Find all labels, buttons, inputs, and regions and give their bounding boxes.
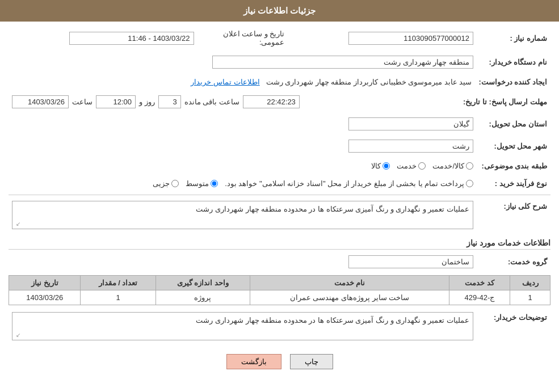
category-option-kala[interactable]: کالا [371, 162, 390, 170]
col-header-code: کد خدمت [449, 276, 510, 290]
service-group-table: گروه خدمت: ساختمان [9, 253, 550, 271]
back-button[interactable]: بازگشت [226, 354, 281, 369]
col-header-unit: واحد اندازه گیری [155, 276, 250, 290]
general-desc-box: عملیات تعمیر و نگهداری و رنگ آمیزی سرعتک… [12, 201, 473, 229]
col-header-date: تاریخ نیاز [9, 276, 81, 290]
creator-link[interactable]: اطلاعات تماس خریدار [191, 78, 259, 86]
buyer-desc-text: عملیات تعمیر و نگهداری و رنگ آمیزی سرعتک… [196, 316, 469, 324]
page-header: جزئیات اطلاعات نیاز [0, 0, 559, 22]
announce-value-cell: 1403/03/22 - 11:46 [9, 27, 197, 49]
response-time-label: ساعت [72, 98, 93, 106]
city-field: رشت [348, 140, 473, 153]
city-label: شهر محل تحویل: [477, 137, 550, 155]
category-radio-kala-khidmat[interactable] [466, 162, 473, 170]
resize-handle: ↙ [14, 221, 20, 227]
time-row: 22:42:23 ساعت باقی مانده 3 روز و 12:00 س… [12, 95, 456, 108]
category-option-kala-khidmat[interactable]: کالا/خدمت [432, 162, 473, 170]
row-code: ج-42-429 [449, 290, 510, 305]
services-table: ردیف کد خدمت نام خدمت واحد اندازه گیری ت… [9, 275, 550, 305]
response-deadline-value-cell: 22:42:23 ساعت باقی مانده 3 روز و 12:00 س… [9, 93, 460, 111]
info-table-row1: شماره نیاز : 1103090577000012 تاریخ و سا… [9, 27, 550, 49]
buyer-desc-value-cell: عملیات تعمیر و نگهداری و رنگ آمیزی سرعتک… [9, 310, 477, 343]
row-date: 1403/03/26 [9, 290, 81, 305]
service-group-value-cell: ساختمان [9, 253, 477, 271]
creator-value-cell: سید عابد میرموسوی خطیبانی کاربرداز منطقه… [9, 75, 475, 88]
general-desc-label: شرح کلی نیاز: [477, 199, 550, 231]
col-header-row: ردیف [510, 276, 550, 290]
print-button[interactable]: چاپ [290, 354, 333, 369]
info-table-row2: نام دستگاه خریدار: منطقه چهار شهرداری رش… [9, 53, 550, 71]
service-group-field: ساختمان [348, 255, 473, 268]
purchase-type-esnad[interactable]: پرداخت تمام یا بخشی از مبلغ خریدار از مح… [225, 179, 473, 188]
response-time-field: 12:00 [96, 95, 136, 108]
page-title: جزئیات اطلاعات نیاز [243, 6, 316, 15]
purchase-radio-esnad[interactable] [466, 180, 473, 187]
category-radio-group: کالا/خدمت خدمت کالا [12, 162, 473, 170]
response-days-field: 3 [158, 95, 181, 108]
row-qty: 1 [81, 290, 155, 305]
buyer-desc-table: توضیحات خریدار: عملیات تعمیر و نگهداری و… [9, 310, 550, 343]
need-number-field: 1103090577000012 [348, 32, 473, 45]
main-content: شماره نیاز : 1103090577000012 تاریخ و سا… [0, 27, 559, 369]
purchase-type-jozii[interactable]: جزیی [153, 179, 179, 188]
info-table-row8: نوع فرآیند خرید : پرداخت تمام یا بخشی از… [9, 177, 550, 190]
province-value-cell: گیلان [52, 115, 477, 133]
info-table-row7: طبقه بندی موضوعی: کالا/خدمت خدمت کالا [9, 159, 550, 172]
row-name: ساخت سایر پروژه‌های مهندسی عمران [250, 290, 449, 305]
remaining-time-field: 22:42:23 [243, 95, 300, 108]
resize-handle-2: ↙ [14, 332, 20, 339]
services-section-title: اطلاعات خدمات مورد نیاز [9, 238, 550, 250]
row-number: 1 [510, 290, 550, 305]
info-table-row3: ایجاد کننده درخواست: سید عابد میرموسوی خ… [9, 75, 550, 88]
remaining-label: ساعت باقی مانده [184, 98, 239, 106]
province-field: گیلان [348, 117, 473, 130]
category-option-khidmat[interactable]: خدمت [397, 162, 426, 170]
province-label: استان محل تحویل: [477, 115, 550, 133]
dept-name-value-cell: منطقه چهار شهرداری رشت [31, 53, 477, 71]
announce-label: تاریخ و ساعت اعلان عمومی: [197, 27, 288, 49]
general-desc-table: شرح کلی نیاز: عملیات تعمیر و نگهداری و ر… [9, 199, 550, 231]
dept-name-label: نام دستگاه خریدار: [477, 53, 550, 71]
info-table-row6: شهر محل تحویل: رشت [9, 137, 550, 155]
city-value-cell: رشت [52, 137, 477, 155]
info-table-row5: استان محل تحویل: گیلان [9, 115, 550, 133]
buyer-desc-box: عملیات تعمیر و نگهداری و رنگ آمیزی سرعتک… [12, 312, 473, 340]
table-row: 1 ج-42-429 ساخت سایر پروژه‌های مهندسی عم… [9, 290, 550, 305]
buyer-desc-label: توضیحات خریدار: [477, 310, 550, 343]
col-header-qty: تعداد / مقدار [81, 276, 155, 290]
purchase-type-motavasset[interactable]: متوسط [186, 179, 218, 188]
response-deadline-label: مهلت ارسال پاسخ: تا تاریخ: [460, 93, 550, 111]
response-days-label: روز و [139, 98, 155, 106]
category-radios: کالا/خدمت خدمت کالا [9, 159, 477, 172]
need-number-label: شماره نیاز : [477, 27, 550, 49]
category-radio-khidmat[interactable] [418, 162, 426, 170]
col-header-name: نام خدمت [250, 276, 449, 290]
general-desc-value-cell: عملیات تعمیر و نگهداری و رنگ آمیزی سرعتک… [9, 199, 477, 231]
page-wrapper: جزئیات اطلاعات نیاز شماره نیاز : 1103090… [0, 0, 559, 392]
purchase-type-radios: پرداخت تمام یا بخشی از مبلغ خریدار از مح… [9, 177, 477, 190]
info-table-row4: مهلت ارسال پاسخ: تا تاریخ: 22:42:23 ساعت… [9, 93, 550, 111]
category-label: طبقه بندی موضوعی: [477, 159, 550, 172]
creator-value: سید عابد میرموسوی خطیبانی کاربرداز منطقه… [266, 78, 472, 86]
purchase-type-radio-group: پرداخت تمام یا بخشی از مبلغ خریدار از مح… [12, 179, 473, 188]
need-number-value: 1103090577000012 [288, 27, 477, 49]
response-date-field: 1403/03/26 [12, 95, 69, 108]
general-desc-text: عملیات تعمیر و نگهداری و رنگ آمیزی سرعتک… [196, 205, 469, 213]
service-group-label: گروه خدمت: [477, 253, 550, 271]
button-row: چاپ بازگشت [9, 354, 550, 369]
purchase-type-label: نوع فرآیند خرید : [477, 177, 550, 190]
category-radio-kala[interactable] [383, 162, 390, 170]
purchase-radio-jozii[interactable] [171, 180, 179, 187]
purchase-radio-motavasset[interactable] [211, 180, 218, 187]
row-unit: پروژه [155, 290, 250, 305]
creator-label: ایجاد کننده درخواست: [475, 75, 550, 88]
separator1 [9, 195, 550, 195]
announce-value-field: 1403/03/22 - 11:46 [69, 32, 194, 45]
dept-name-field: منطقه چهار شهرداری رشت [212, 56, 473, 69]
